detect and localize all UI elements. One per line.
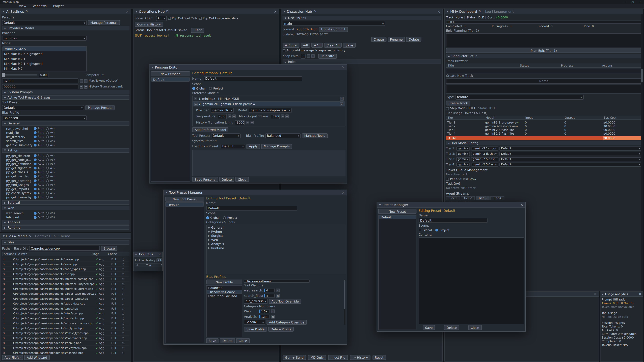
close-icon[interactable]: × bbox=[126, 10, 128, 13]
remove-file-button[interactable]: x bbox=[3, 282, 13, 286]
model-option[interactable]: MiniMax-M2.1 bbox=[2, 56, 86, 61]
full-toggle[interactable]: Full bbox=[111, 287, 122, 291]
cache-indicator[interactable]: ○ bbox=[122, 351, 129, 354]
md-only-button[interactable]: MD Only bbox=[308, 355, 326, 360]
collapse-icon[interactable]: ▼ bbox=[136, 10, 137, 13]
remove-multiplier-button[interactable]: × bbox=[271, 310, 275, 313]
collapse-icon[interactable]: ▼ bbox=[379, 204, 381, 206]
full-toggle[interactable]: Full bbox=[111, 263, 122, 266]
tab-mma-dashboard[interactable]: MMA Dashboard bbox=[450, 10, 477, 13]
tier-model-select[interactable]: gemini-2.5-flash-lite▾ bbox=[471, 162, 498, 166]
close-icon[interactable]: × bbox=[342, 191, 344, 194]
maximize-icon[interactable]: ▢ bbox=[632, 0, 634, 3]
expand-icon[interactable]: ▶ bbox=[208, 226, 210, 229]
files-section[interactable]: ▼Files bbox=[2, 240, 129, 245]
add-entry-button[interactable]: + Entry bbox=[282, 43, 299, 48]
persona-list-item[interactable]: Default bbox=[151, 78, 190, 82]
decrement-button[interactable]: − bbox=[307, 54, 310, 58]
stream-tab[interactable]: Tier 3 bbox=[476, 196, 489, 200]
increment-button[interactable]: + bbox=[312, 54, 315, 58]
agg-check-icon[interactable]: ✓ bbox=[96, 317, 98, 320]
remove-file-button[interactable]: x bbox=[3, 341, 13, 345]
auto-radio[interactable] bbox=[34, 163, 36, 165]
ask-radio[interactable] bbox=[46, 135, 49, 138]
cache-indicator[interactable]: ○ bbox=[122, 307, 129, 310]
remove-file-button[interactable]: x bbox=[3, 332, 13, 335]
new-tool-preset-button[interactable]: New Tool Preset bbox=[165, 197, 204, 201]
close-button[interactable]: Close bbox=[236, 338, 250, 343]
provider-model-section[interactable]: ▼Provider & Model bbox=[2, 26, 129, 30]
tier-model-select[interactable]: gemini-2.5-flash-lite▾ bbox=[471, 157, 498, 161]
full-toggle[interactable]: Full bbox=[111, 327, 122, 330]
pe-bias-profile-select[interactable]: Balanced▾ bbox=[265, 133, 301, 138]
full-toggle[interactable]: Full bbox=[111, 282, 122, 286]
tier-preset-select[interactable]: Default▾ bbox=[500, 162, 642, 166]
cache-indicator[interactable]: ○ bbox=[122, 297, 129, 300]
legend-request[interactable]: request bbox=[144, 34, 155, 37]
delete-preset-button[interactable]: Delete bbox=[444, 325, 459, 330]
remove-weight-button[interactable]: × bbox=[276, 289, 280, 292]
remove-file-button[interactable]: x bbox=[3, 346, 13, 350]
ask-radio[interactable] bbox=[46, 196, 49, 199]
full-toggle[interactable]: Full bbox=[111, 258, 122, 261]
discussions-section[interactable]: ▼Discussions bbox=[282, 15, 441, 20]
full-toggle[interactable]: Full bbox=[111, 268, 122, 271]
increment-button[interactable]: + bbox=[286, 114, 289, 118]
pm-model-select[interactable]: gemini-3-flash-preview▾ bbox=[249, 108, 292, 113]
tool-preset-select[interactable]: Default▾ bbox=[2, 105, 84, 110]
focus-agent-select[interactable]: All▾ bbox=[156, 16, 166, 21]
agg-check-icon[interactable]: ✓ bbox=[96, 341, 98, 345]
delete-tool-preset-button[interactable]: Delete bbox=[220, 338, 235, 343]
model-option[interactable]: MiniMax-M2.5 bbox=[2, 46, 86, 51]
collapse-icon[interactable]: ▼ bbox=[284, 10, 285, 13]
cache-indicator[interactable]: ○ bbox=[122, 322, 129, 325]
cache-indicator[interactable]: ○ bbox=[122, 292, 129, 295]
cache-indicator[interactable]: ○ bbox=[122, 332, 129, 335]
expand-icon[interactable]: ▶ bbox=[208, 243, 210, 245]
drag-handle-icon[interactable]: ≡ bbox=[194, 102, 198, 106]
decrement-button[interactable]: − bbox=[80, 79, 83, 83]
cache-indicator[interactable]: ○ bbox=[122, 287, 129, 291]
remove-file-button[interactable]: x bbox=[3, 351, 13, 354]
preferred-model-row[interactable]: ≡ 2. gemini_cli - gemini-3-flash-preview… bbox=[193, 101, 345, 107]
cache-indicator[interactable]: ○ bbox=[122, 327, 129, 330]
full-toggle[interactable]: Full bbox=[111, 336, 122, 340]
full-toggle[interactable]: Full bbox=[111, 351, 122, 354]
delete-persona-button[interactable]: Delete bbox=[219, 177, 234, 182]
popout-icon[interactable]: ⧉ bbox=[479, 10, 481, 13]
create-discussion-button[interactable]: Create bbox=[371, 37, 386, 42]
clear-all-button[interactable]: Clear All bbox=[324, 43, 342, 48]
agg-check-icon[interactable]: ✓ bbox=[96, 302, 98, 305]
auto-radio[interactable] bbox=[34, 179, 36, 182]
stream-tab[interactable]: Tier 4 bbox=[490, 196, 504, 200]
popout-icon[interactable]: ⧉ bbox=[166, 10, 168, 13]
pm-temperature-input[interactable]: -0.0 bbox=[218, 114, 227, 119]
tier-provider-select[interactable]: gemini▾ bbox=[456, 152, 470, 156]
cache-indicator[interactable]: ○ bbox=[122, 277, 129, 281]
base-dir-input[interactable]: C:/projects/gencpp bbox=[29, 246, 100, 251]
collapse-icon[interactable]: ▼ bbox=[447, 10, 448, 13]
category-item[interactable]: ▶Analysis bbox=[206, 242, 345, 246]
pe-tool-preset-select[interactable]: Default▾ bbox=[211, 133, 240, 138]
model-option[interactable]: MiniMax-M2.1-highspeed bbox=[2, 61, 86, 66]
ask-radio[interactable] bbox=[46, 183, 49, 186]
roles-section[interactable]: ▶Roles bbox=[282, 59, 441, 64]
auto-radio[interactable] bbox=[34, 127, 36, 130]
auto-radio[interactable] bbox=[34, 175, 36, 178]
add-category-override-button[interactable]: Add Category Override bbox=[266, 320, 307, 325]
remove-file-button[interactable]: x bbox=[3, 336, 13, 340]
multiplier-input[interactable]: 1.5x bbox=[259, 310, 270, 313]
general-tools-section[interactable]: ▼General bbox=[2, 121, 129, 125]
stream-tab[interactable]: Tier 2 bbox=[461, 196, 474, 200]
cache-indicator[interactable]: ○ bbox=[122, 312, 129, 315]
ask-radio[interactable] bbox=[46, 167, 49, 170]
close-icon[interactable]: × bbox=[158, 253, 161, 256]
create-track-button[interactable]: Create Track bbox=[446, 100, 470, 105]
category-item[interactable]: ▶Runtime bbox=[206, 246, 345, 250]
gen-send-button[interactable]: Gen + Send bbox=[282, 355, 306, 360]
delete-discussion-button[interactable]: Delete bbox=[406, 37, 422, 42]
web-tools-section[interactable]: ▼Web bbox=[2, 206, 129, 210]
auto-radio[interactable] bbox=[34, 158, 36, 161]
discussion-select[interactable]: main▾ bbox=[282, 21, 385, 26]
category-override-select[interactable]: General▾ bbox=[244, 320, 265, 325]
